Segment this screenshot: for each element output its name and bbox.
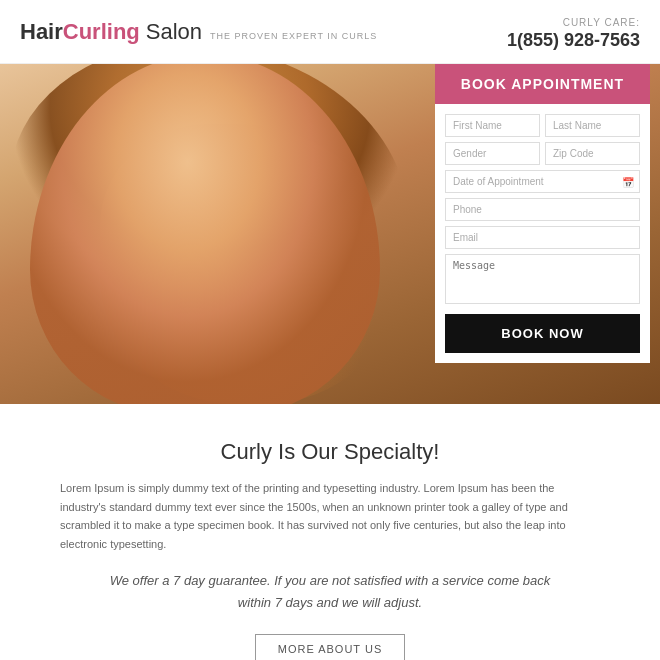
email-input[interactable]: [445, 226, 640, 249]
last-name-input[interactable]: [545, 114, 640, 137]
more-about-us-button[interactable]: MORE ABOUT US: [255, 634, 405, 660]
hero-section: BOOK APPOINTMENT Gender Male Female 📅: [0, 64, 660, 404]
calendar-icon: 📅: [622, 176, 634, 187]
date-wrap: 📅: [445, 170, 640, 193]
booking-panel: BOOK APPOINTMENT Gender Male Female 📅: [435, 64, 650, 363]
zip-input[interactable]: [545, 142, 640, 165]
phone-number: 1(855) 928-7563: [507, 30, 640, 51]
phone-input[interactable]: [445, 198, 640, 221]
book-now-button[interactable]: BOOK NOW: [445, 314, 640, 353]
message-textarea[interactable]: [445, 254, 640, 304]
booking-panel-header: BOOK APPOINTMENT: [435, 64, 650, 104]
specialty-guarantee: We offer a 7 day guarantee. If you are n…: [60, 570, 600, 614]
phone-section: CURLY CARE: 1(855) 928-7563: [507, 12, 640, 51]
logo-hair: Hair: [20, 19, 63, 45]
specialty-body: Lorem Ipsum is simply dummy text of the …: [60, 479, 600, 554]
hero-person-image: [30, 64, 380, 404]
logo: HairCurling Salon THE PROVEN EXPERT IN C…: [20, 19, 377, 45]
logo-salon: Salon: [146, 19, 202, 45]
site-header: HairCurling Salon THE PROVEN EXPERT IN C…: [0, 0, 660, 64]
logo-curling: Curling: [63, 19, 140, 45]
logo-tagline: THE PROVEN EXPERT IN CURLS: [210, 31, 377, 41]
specialty-title: Curly Is Our Specialty!: [60, 439, 600, 465]
specialty-section: Curly Is Our Specialty! Lorem Ipsum is s…: [0, 404, 660, 660]
date-input[interactable]: [445, 170, 640, 193]
gender-select[interactable]: Gender Male Female: [445, 142, 540, 165]
phone-label: CURLY CARE:: [563, 17, 640, 28]
name-row: [445, 114, 640, 137]
first-name-input[interactable]: [445, 114, 540, 137]
gender-zip-row: Gender Male Female: [445, 142, 640, 165]
booking-form: Gender Male Female 📅 BOOK NOW: [435, 104, 650, 363]
